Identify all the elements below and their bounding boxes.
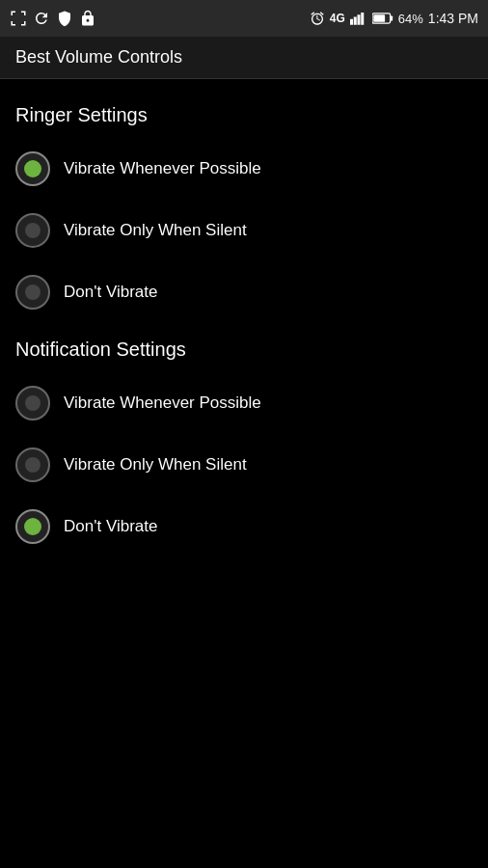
- ringer-section-header: Ringer Settings: [0, 89, 488, 138]
- svg-rect-2: [357, 14, 360, 25]
- lock-icon: [79, 10, 96, 27]
- svg-rect-5: [390, 15, 393, 20]
- ringer-settings-section: Ringer Settings Vibrate Whenever Possibl…: [0, 89, 488, 323]
- notification-section-header: Notification Settings: [0, 323, 488, 372]
- ringer-option-3-label: Don't Vibrate: [64, 283, 157, 302]
- ringer-radio-3[interactable]: [15, 275, 50, 310]
- notification-radio-2[interactable]: [15, 448, 50, 482]
- ringer-option-1[interactable]: Vibrate Whenever Possible: [0, 138, 488, 200]
- status-bar-left-icons: [10, 10, 96, 27]
- notification-radio-3[interactable]: [15, 509, 50, 544]
- app-title: Best Volume Controls: [15, 47, 182, 68]
- ringer-radio-3-dot: [25, 285, 41, 300]
- network-label: 4G: [330, 12, 345, 25]
- status-bar-right: 4G 64% 1:43 PM: [310, 11, 478, 26]
- svg-rect-0: [350, 19, 353, 25]
- main-content: Ringer Settings Vibrate Whenever Possibl…: [0, 79, 488, 567]
- status-bar: 4G 64% 1:43 PM: [0, 0, 488, 37]
- ringer-option-1-label: Vibrate Whenever Possible: [64, 159, 261, 178]
- battery-percent: 64%: [398, 12, 423, 26]
- notification-option-1-label: Vibrate Whenever Possible: [64, 393, 261, 413]
- notification-radio-1[interactable]: [15, 386, 50, 420]
- ringer-option-2-label: Vibrate Only When Silent: [64, 221, 247, 240]
- refresh-icon: [33, 10, 50, 27]
- notification-radio-3-dot: [24, 518, 41, 535]
- screenshot-icon: [10, 10, 27, 27]
- ringer-radio-2[interactable]: [15, 213, 50, 248]
- shield-icon: [56, 10, 73, 27]
- signal-icon: [350, 11, 367, 26]
- ringer-radio-1[interactable]: [15, 151, 50, 186]
- notification-radio-1-dot: [25, 395, 41, 411]
- svg-rect-1: [354, 17, 357, 25]
- notification-radio-2-dot: [25, 457, 41, 473]
- ringer-option-2[interactable]: Vibrate Only When Silent: [0, 200, 488, 261]
- alarm-icon: [310, 11, 325, 26]
- svg-rect-3: [361, 13, 364, 25]
- notification-option-2-label: Vibrate Only When Silent: [64, 455, 247, 475]
- notification-option-3-label: Don't Vibrate: [64, 517, 157, 536]
- ringer-radio-2-dot: [25, 223, 41, 238]
- notification-option-3[interactable]: Don't Vibrate: [0, 496, 488, 557]
- time-display: 1:43 PM: [428, 11, 478, 26]
- battery-icon: [372, 12, 393, 25]
- title-bar: Best Volume Controls: [0, 37, 488, 79]
- notification-option-2[interactable]: Vibrate Only When Silent: [0, 434, 488, 496]
- notification-settings-section: Notification Settings Vibrate Whenever P…: [0, 323, 488, 557]
- ringer-radio-1-dot: [24, 160, 41, 177]
- notification-option-1[interactable]: Vibrate Whenever Possible: [0, 372, 488, 434]
- svg-rect-6: [373, 14, 385, 22]
- ringer-option-3[interactable]: Don't Vibrate: [0, 261, 488, 323]
